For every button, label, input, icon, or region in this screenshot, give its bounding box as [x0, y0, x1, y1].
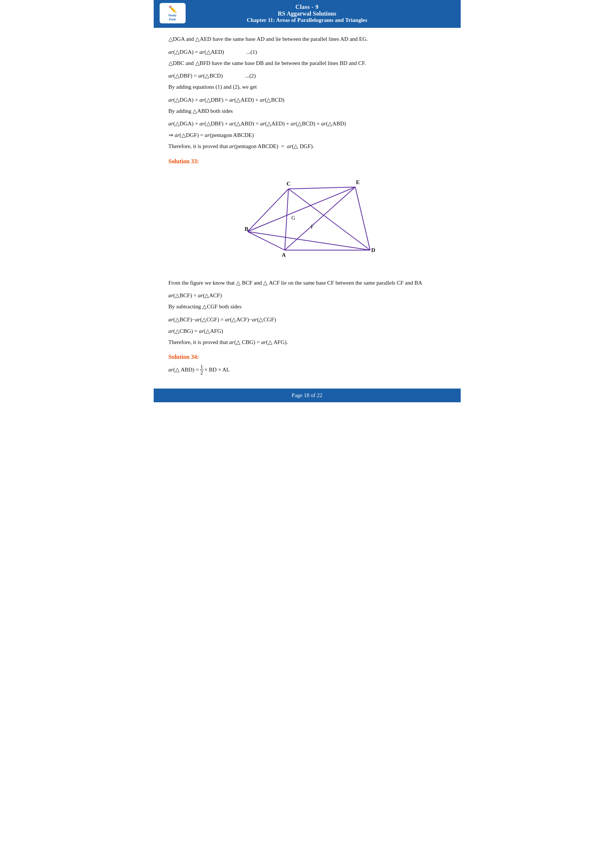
paragraph-2: △DBC and △BFD have the same base DB and … [169, 59, 446, 68]
paragraph-4: By adding △ABD both sides [169, 107, 446, 116]
page-footer: Page 18 of 22 [154, 389, 460, 402]
math-expr-5: ⇒ ar(△DGF) = ar(pentagon ABCDE) [169, 130, 254, 140]
svg-text:E: E [356, 179, 360, 185]
logo-text: Study [168, 13, 177, 17]
math-equation-34: ar(△ ABD) = 1 2 × BD × AL [169, 364, 446, 376]
svg-text:F: F [311, 224, 314, 230]
math-expr-33-1: ar(△BCF) = ar(△ACF) [169, 291, 222, 301]
logo-container: ✏️ Study Path [160, 3, 186, 23]
logo-text2: Path [169, 17, 176, 22]
header-book: RS Aggarwal Solutions [161, 10, 453, 17]
math-expr-33-3: ar(△CBG) = ar(△AFG) [169, 326, 223, 336]
svg-text:C: C [287, 181, 291, 187]
svg-line-7 [285, 189, 288, 250]
math-expr-4: ar(△DGA) + ar(△DBF) + ar(△ABD) = ar(△AED… [169, 119, 346, 129]
math-equation-1: ar(△DGA) = ar(△AED) ...(1) [169, 47, 446, 57]
solution-33-heading: Solution 33: [169, 158, 446, 165]
header-bar: ✏️ Study Path Class - 9 RS Aggarwal Solu… [154, 0, 460, 28]
math-equation-33-3: ar(△CBG) = ar(△AFG) [169, 326, 446, 336]
paragraph-3: By adding equations (1) and (2), we get [169, 82, 446, 92]
math-equation-2: ar(△DBF) = ar(△BCD) ...(2) [169, 71, 446, 81]
math-equation-5: ⇒ ar(△DGF) = ar(pentagon ABCDE) [169, 130, 446, 140]
math-expr-34-prefix: ar(△ ABD) = [169, 365, 199, 375]
paragraph-33-3: Therefore, it is proved that ar(△ CBG) =… [169, 338, 446, 347]
svg-line-6 [248, 187, 355, 232]
svg-text:G: G [291, 215, 295, 221]
geometry-diagram: B C E D A G F [229, 169, 385, 273]
svg-line-1 [288, 187, 355, 189]
equation-label-2: ...(2) [245, 71, 256, 81]
header-chapter: Chapter 11: Areas of Parallelograms and … [161, 17, 453, 23]
math-expr-1: ar(△DGA) = ar(△AED) [169, 47, 224, 57]
math-expr-33-2: ar(△BCF)−ar(△CGF) = ar(△ACF)−ar(△CGF) [169, 315, 276, 325]
fraction-half: 1 2 [200, 364, 204, 376]
equation-label-1: ...(1) [246, 47, 257, 57]
main-content: △DGA and △AED have the same base AD and … [154, 28, 460, 381]
math-equation-3: ar(△DGA) + ar(△DBF) = ar(△AED) + ar(△BCD… [169, 95, 446, 105]
fraction-numerator: 1 [200, 364, 204, 370]
svg-line-9 [285, 187, 355, 250]
fraction-denominator: 2 [200, 370, 204, 375]
paragraph-33-2: By subtracting △CGF both sides [169, 302, 446, 312]
math-equation-4: ar(△DGA) + ar(△DBF) + ar(△ABD) = ar(△AED… [169, 119, 446, 129]
page-header: ✏️ Study Path Class - 9 RS Aggarwal Solu… [154, 0, 460, 28]
math-equation-33-2: ar(△BCF)−ar(△CGF) = ar(△ACF)−ar(△CGF) [169, 315, 446, 325]
solution-34-heading: Solution 34: [169, 353, 446, 360]
page-number: Page 18 of 22 [292, 392, 323, 398]
logo-icon: ✏️ [169, 5, 177, 13]
paragraph-33-1: From the figure we know that △ BCF and △… [169, 278, 446, 288]
svg-text:B: B [245, 226, 248, 232]
math-expr-2: ar(△DBF) = ar(△BCD) [169, 71, 223, 81]
paragraph-1: △DGA and △AED have the same base AD and … [169, 34, 446, 44]
svg-text:A: A [282, 252, 286, 258]
svg-text:D: D [371, 247, 375, 253]
math-expr-3: ar(△DGA) + ar(△DBF) = ar(△AED) + ar(△BCD… [169, 95, 285, 105]
math-equation-33-1: ar(△BCF) = ar(△ACF) [169, 291, 446, 301]
logo-box: ✏️ Study Path [160, 3, 186, 23]
header-class: Class - 9 [161, 4, 453, 10]
svg-line-0 [248, 189, 288, 232]
diagram-33: B C E D A G F [169, 169, 446, 273]
math-expr-34-suffix: × BD × AL [205, 365, 230, 375]
paragraph-5: Therefore, it is proved that ar(pentagon… [169, 142, 446, 151]
